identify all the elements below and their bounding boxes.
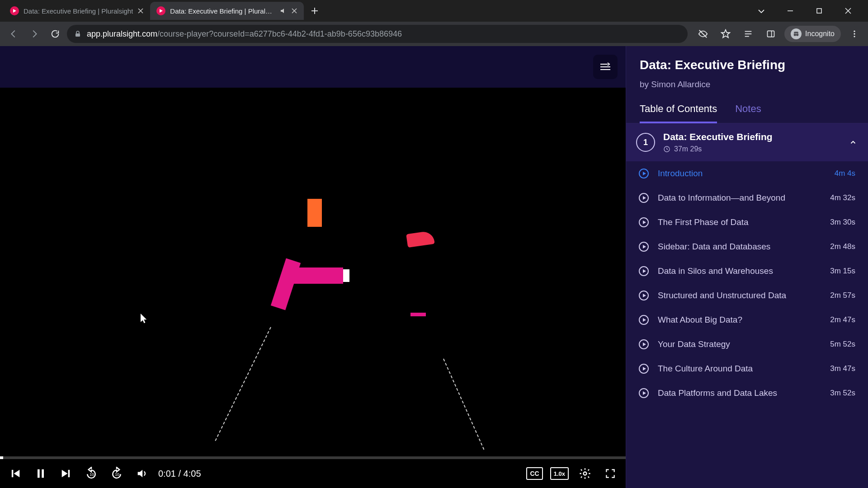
close-icon[interactable] (137, 8, 144, 14)
tab-search-icon[interactable] (753, 3, 769, 19)
clip-item[interactable]: The First Phase of Data3m 30s (626, 210, 868, 235)
video-content (0, 88, 626, 488)
chevron-up-icon (849, 138, 857, 146)
clip-item[interactable]: Introduction4m 4s (626, 161, 868, 186)
sidebar-header: Data: Executive Briefing by Simon Allard… (626, 46, 868, 92)
back-button[interactable] (5, 25, 23, 43)
kebab-menu-icon[interactable] (845, 25, 863, 43)
address-bar[interactable]: app.pluralsight.com/course-player?course… (67, 25, 688, 43)
clip-item[interactable]: Your Data Strategy5m 52s (626, 332, 868, 357)
clip-title: Data in Silos and Warehouses (658, 266, 821, 276)
clip-title: Data Platforms and Data Lakes (658, 388, 821, 398)
clip-title: Sidebar: Data and Databases (658, 242, 821, 252)
svg-point-22 (854, 31, 855, 32)
playback-speed-button[interactable]: 1.0x (550, 467, 569, 480)
play-icon (639, 339, 649, 349)
incognito-chip[interactable]: Incognito (784, 26, 841, 42)
clip-title: The First Phase of Data (658, 217, 821, 227)
browser-chrome: Data: Executive Briefing | Pluralsight D… (0, 0, 868, 46)
audio-playing-icon[interactable] (279, 7, 287, 14)
player-top-bar (0, 46, 626, 88)
clip-title: The Culture Around Data (658, 364, 821, 374)
decorative-shape (307, 199, 322, 227)
course-byline: by Simon Allardice (640, 80, 854, 89)
svg-point-20 (794, 33, 796, 36)
svg-rect-30 (38, 469, 40, 478)
progress-bar[interactable] (0, 456, 626, 459)
play-icon (639, 193, 649, 203)
volume-button[interactable] (133, 465, 151, 483)
next-button[interactable] (57, 465, 75, 483)
module-header[interactable]: 1 Data: Executive Briefing 37m 29s (626, 123, 868, 161)
side-panel-icon[interactable] (762, 25, 780, 43)
clip-item[interactable]: Data to Information—and Beyond4m 32s (626, 186, 868, 210)
play-icon (639, 315, 649, 325)
course-sidebar: Data: Executive Briefing by Simon Allard… (626, 46, 868, 488)
clip-item[interactable]: Structured and Unstructured Data2m 57s (626, 283, 868, 308)
clip-duration: 4m 4s (835, 169, 855, 178)
new-tab-button[interactable] (307, 3, 323, 19)
svg-rect-12 (75, 33, 80, 37)
video-controls: 10 10 0:01 / 4:05 CC 1.0x (0, 459, 626, 488)
play-icon (639, 364, 649, 374)
clip-item[interactable]: Data in Silos and Warehouses3m 15s (626, 259, 868, 283)
minimize-button[interactable] (782, 3, 798, 19)
captions-button[interactable]: CC (526, 467, 542, 480)
progress-fill (0, 456, 3, 459)
clip-title: What About Big Data? (658, 315, 821, 325)
reload-button[interactable] (46, 25, 64, 43)
clip-duration: 3m 30s (830, 218, 855, 227)
decorative-shape (406, 230, 435, 248)
play-icon (639, 242, 649, 252)
clip-title: Introduction (658, 169, 826, 178)
browser-tab[interactable]: Data: Executive Briefing | Pluralsight (4, 2, 150, 20)
tab-table-of-contents[interactable]: Table of Contents (640, 103, 717, 123)
svg-text:10: 10 (90, 472, 94, 477)
browser-toolbar: app.pluralsight.com/course-player?course… (0, 22, 868, 46)
video-player[interactable]: 10 10 0:01 / 4:05 CC 1.0x (0, 88, 626, 488)
svg-text:10: 10 (115, 472, 119, 477)
svg-rect-28 (12, 470, 13, 477)
clip-title: Structured and Unstructured Data (658, 291, 821, 300)
module-title: Data: Executive Briefing (663, 131, 841, 142)
mouse-cursor-icon (140, 314, 148, 324)
forward-10-button[interactable]: 10 (108, 465, 126, 483)
page: 10 10 0:01 / 4:05 CC 1.0x Data: Executiv… (0, 46, 868, 488)
svg-rect-18 (768, 31, 774, 37)
maximize-button[interactable] (811, 3, 827, 19)
decorative-line (443, 359, 484, 450)
svg-rect-33 (68, 470, 70, 477)
tab-notes[interactable]: Notes (735, 103, 761, 123)
svg-marker-32 (62, 470, 68, 477)
settings-button[interactable] (576, 465, 594, 483)
toggle-sidebar-button[interactable] (593, 55, 618, 79)
play-icon (639, 388, 649, 398)
forward-button[interactable] (25, 25, 43, 43)
svg-rect-9 (817, 9, 821, 13)
tracking-off-icon[interactable] (694, 25, 712, 43)
bookmark-icon[interactable] (717, 25, 735, 43)
rewind-10-button[interactable]: 10 (82, 465, 100, 483)
lock-icon (74, 30, 81, 38)
previous-button[interactable] (6, 465, 24, 483)
tab-title: Data: Executive Briefing | Pluralsight (24, 7, 133, 15)
svg-rect-31 (42, 469, 44, 478)
clip-item[interactable]: Data Platforms and Data Lakes3m 52s (626, 381, 868, 405)
tab-title: Data: Executive Briefing | Pluralsight (170, 7, 275, 15)
clip-item[interactable]: Sidebar: Data and Databases2m 48s (626, 235, 868, 259)
url-text: app.pluralsight.com/course-player?course… (87, 29, 402, 39)
fullscreen-button[interactable] (601, 465, 619, 483)
pause-button[interactable] (32, 465, 50, 483)
close-icon[interactable] (291, 8, 297, 14)
browser-tab[interactable]: Data: Executive Briefing | Pluralsight (150, 2, 304, 20)
reading-list-icon[interactable] (739, 25, 757, 43)
svg-point-21 (796, 33, 798, 36)
pluralsight-favicon (10, 6, 19, 15)
clip-item[interactable]: The Culture Around Data3m 47s (626, 357, 868, 381)
clip-duration: 3m 52s (830, 389, 855, 398)
clock-icon (663, 145, 670, 153)
clip-item[interactable]: What About Big Data?2m 47s (626, 308, 868, 332)
decorative-line (215, 327, 271, 441)
window-close-button[interactable] (840, 3, 856, 19)
incognito-label: Incognito (805, 30, 835, 38)
